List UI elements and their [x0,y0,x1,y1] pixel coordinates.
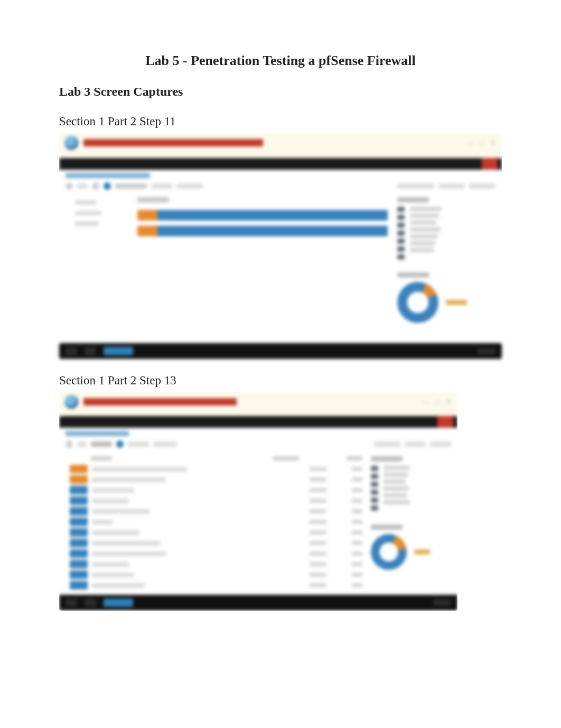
severity-badge-medium [70,518,88,526]
severity-badge-medium [70,570,88,579]
filter-item[interactable] [75,211,101,215]
legend-title [371,456,403,462]
table-row[interactable] [70,517,362,527]
legend-swatch [397,254,405,260]
bar-segment-medium [157,226,388,236]
view-option[interactable] [405,441,426,447]
row-name [92,499,129,503]
window-minimize-icon[interactable]: — [422,397,430,407]
table-row[interactable] [70,485,362,495]
tab-dot-icon[interactable] [66,182,73,190]
tab-dot-active-icon[interactable] [116,440,124,448]
legend-label [410,207,442,211]
view-option[interactable] [397,183,434,189]
tab-item[interactable] [77,441,87,447]
window-maximize-icon[interactable]: □ [480,138,484,148]
row-cell [310,520,326,524]
row-cell [352,551,362,556]
row-cell [352,499,362,503]
taskbar-start-icon[interactable] [66,347,77,355]
row-cell [352,541,362,545]
table-row[interactable] [70,527,362,538]
legend-label [410,214,439,218]
legend-label [384,486,409,491]
column-header[interactable] [273,456,299,460]
tab-item[interactable] [151,183,172,189]
nav-accent [482,158,498,170]
tab-item[interactable] [115,183,147,189]
vulnerability-table [70,454,362,591]
results-panel [59,450,457,595]
taskbar-tray[interactable] [478,348,495,354]
row-cell [310,551,326,556]
row-cell [310,583,326,587]
table-row[interactable] [70,569,362,580]
taskbar-tray[interactable] [433,600,451,606]
window-close-icon[interactable]: ✕ [445,397,452,407]
taskbar-item[interactable] [85,347,96,355]
legend-swatch [397,223,405,228]
window-minimize-icon[interactable]: — [466,138,474,148]
legend-label [384,480,406,484]
filter-list [75,197,128,323]
row-name [92,467,187,472]
table-row[interactable] [70,548,362,559]
row-cell [310,499,326,503]
row-name [92,488,134,493]
row-cell [352,488,362,492]
table-row[interactable] [70,474,362,485]
screenshot-1: — □ ✕ [59,133,502,341]
tab-item[interactable] [128,441,149,447]
table-row[interactable] [70,464,362,474]
os-taskbar [59,595,457,611]
donut-chart [397,272,492,323]
legend-label [384,493,407,497]
table-row[interactable] [70,538,362,548]
legend-title [397,197,429,202]
row-cell [310,530,326,535]
taskbar-item[interactable] [85,598,96,607]
window-close-icon[interactable]: ✕ [490,138,497,148]
severity-badge-medium [70,539,88,547]
row-name [92,562,129,567]
view-option[interactable] [469,183,495,189]
row-cell [310,467,326,471]
column-header[interactable] [347,456,362,460]
filter-item[interactable] [75,200,96,205]
view-option[interactable] [374,441,400,447]
legend-swatch [371,466,378,471]
table-row[interactable] [70,580,362,591]
legend-swatch [397,215,405,220]
legend-label [410,227,441,232]
taskbar-start-icon[interactable] [66,598,77,607]
filter-item[interactable] [75,222,99,226]
tab-item[interactable] [153,441,177,447]
table-row[interactable] [70,559,362,569]
window-maximize-icon[interactable]: □ [435,397,440,407]
legend [371,456,450,511]
tab-item[interactable] [176,183,203,189]
breadcrumb[interactable] [66,173,150,178]
view-option[interactable] [438,183,465,189]
table-row[interactable] [70,495,362,506]
row-name [92,583,145,588]
view-option[interactable] [430,441,451,447]
tab-dot-active-icon[interactable] [104,182,111,190]
legend-label [384,466,410,470]
legend-label [410,234,437,238]
tab-item[interactable] [77,183,88,189]
row-cell [352,477,362,482]
taskbar-item-active[interactable] [104,598,133,607]
legend-swatch [371,482,378,487]
column-header[interactable] [91,456,112,460]
breadcrumb[interactable] [66,431,129,436]
tab-item[interactable] [91,441,112,447]
legend-label [410,248,434,252]
taskbar-item-active[interactable] [104,347,133,355]
legend-swatch [397,231,405,236]
bar-segment-high [137,226,157,236]
tab-dot-icon[interactable] [92,182,99,190]
tab-dot-icon[interactable] [66,440,73,448]
table-row[interactable] [70,506,362,517]
toolbar [59,428,457,450]
